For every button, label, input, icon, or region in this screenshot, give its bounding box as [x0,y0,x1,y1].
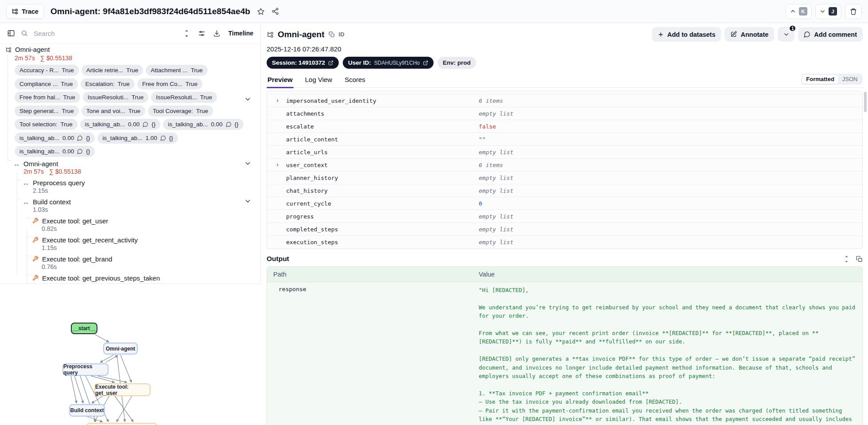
tree-item[interactable]: ↔ Execute tool: get_previous_steps_taken… [0,274,261,284]
format-option-formatted[interactable]: Formatted [802,75,838,84]
scrolled-row-partial [267,91,862,94]
score-badge[interactable]: Tool selection:True [15,119,78,130]
annotate-dropdown-button[interactable]: 1 [778,27,794,42]
observation-title: Omni-agent [278,30,325,39]
row-key: attachments [267,110,479,117]
annotation-count-badge: 1 [789,25,796,32]
span-arrows-icon: ↔ [23,179,29,186]
tree-item[interactable]: ↔ Execute tool: get_user 0.82s [0,217,261,233]
tab[interactable]: Preview [267,76,294,87]
settings-sliders-icon[interactable] [198,30,205,37]
comment-icon [77,148,83,154]
preview-row: › progress empty list [267,210,862,223]
trash-icon [850,8,857,15]
preview-row: › execution_steps empty list [267,236,862,249]
span-arrows-icon: ↔ [13,160,20,167]
tree-item[interactable]: ↔ Execute tool: get_recent_activity 1.15… [0,236,261,252]
unfold-vertical-icon[interactable] [183,30,190,37]
panel-collapse-icon[interactable] [7,29,15,37]
copy-icon[interactable] [856,256,863,262]
score-badge[interactable]: Accuracy - R...True [15,65,79,76]
scrollbar-thumb[interactable] [864,92,867,112]
row-key: planner_history [267,175,479,181]
add-comment-button[interactable]: Add comment [798,27,863,42]
tree-item[interactable]: ↔ Preprocess query 2.15s [0,179,261,195]
trace-sidebar: Timeline Omni-agent 2m 57s ∑ $0.55138 Ac… [0,23,261,425]
tree-item-label: Build context [33,198,71,206]
graph-node[interactable]: Execute tool: get_user [94,383,151,396]
tree-item[interactable]: ↔ Build context 1.03s [0,198,261,214]
score-badge[interactable]: Article retrie...True [81,65,143,76]
user-id-badge[interactable]: User ID: SDAHUSLy9f1CHo [343,57,434,69]
score-badge[interactable]: Compliance ...True [15,78,78,90]
chevron-down-icon[interactable] [244,160,251,167]
graph-node[interactable]: Build context [69,404,105,417]
chevron-right-icon[interactable]: › [276,96,279,104]
score-badge[interactable]: Tool Coverage:True [148,105,213,117]
score-badge[interactable]: is_talking_ab...0.00{} [15,146,95,157]
tree-item-duration: 2m 57s [23,168,44,176]
annotate-button[interactable]: Annotate [725,27,774,42]
wrench-icon [32,275,39,281]
shortcut-key-k: K [799,7,807,16]
format-toggle[interactable]: Formatted JSON [801,74,863,85]
search-input[interactable] [34,30,177,37]
unfold-vertical-icon[interactable] [843,256,850,262]
download-icon[interactable] [213,30,221,37]
graph-node[interactable]: Preprocess query [62,363,108,376]
row-key: current_cycle [267,200,479,207]
next-trace-button[interactable]: J [815,4,841,19]
id-label[interactable]: ID [339,31,345,38]
duration: 2m 57s [15,55,35,62]
tree-root-omni-agent[interactable]: Omni-agent [0,45,261,54]
trace-badge[interactable]: Trace [6,4,44,19]
score-badge[interactable]: IssueResoluti...True [151,92,217,103]
graph-node[interactable]: Omni-agent [103,343,138,355]
add-to-datasets-button[interactable]: Add to datasets [652,27,721,42]
score-badge[interactable]: Step generat...True [15,105,79,117]
env-badge: Env: prod [438,57,476,69]
score-badge[interactable]: is_talking_ab...0.00{} [163,119,243,130]
prev-trace-button[interactable]: K [786,4,812,19]
chevron-down-icon[interactable] [244,96,251,102]
comment-icon [160,135,166,141]
tree-item-label: Execute tool: get_previous_steps_taken [42,274,160,282]
preview-row: › current_cycle 0 [267,197,862,210]
tree-item-label: Preprocess query [33,179,85,187]
tab[interactable]: Log View [304,76,333,87]
timeline-toggle[interactable]: Timeline [228,30,253,37]
row-value: empty list [479,110,513,117]
score-badge[interactable]: is_talking_ab...0.00{} [15,133,95,144]
row-value: empty list [479,213,513,220]
share-icon[interactable] [271,8,279,15]
row-key: user_context [267,162,479,168]
score-badge[interactable]: Free from hal...True [15,92,80,103]
session-badge[interactable]: Session: 14910372 [267,57,339,69]
copy-id-icon[interactable] [329,31,335,38]
preview-row: › article_content "" [267,133,862,146]
chevron-right-icon[interactable]: › [276,160,279,168]
cost: ∑ $0.55138 [40,55,72,62]
row-value: false [479,123,496,130]
tab[interactable]: Scores [344,76,366,87]
tree-item-label: Omni-agent [23,160,58,168]
preview-row: › impersonated_user_identity 6 items [267,94,862,107]
score-badge[interactable]: Tone and voi...True [81,105,145,117]
score-badge[interactable]: Attachment ...True [146,65,208,76]
search-icon [21,30,28,37]
score-badge[interactable]: Free from Co...True [137,78,202,90]
tree-item[interactable]: ↔ Omni-agent 2m 57s ∑ $0.55138 [0,160,261,176]
delete-trace-button[interactable] [845,4,862,19]
score-badge[interactable]: is_talking_ab...1.00{} [97,133,178,144]
star-icon[interactable] [257,8,265,16]
score-badge[interactable]: IssueResoluti...True [83,92,149,103]
score-badge[interactable]: Escalation:True [81,78,135,90]
tree-item[interactable]: ↔ Execute tool: get_brand 0.76s [0,255,261,271]
graph-node[interactable]: __start__ [71,323,97,334]
format-option-json[interactable]: JSON [838,75,862,84]
score-badge[interactable]: is_talking_ab...0.00{} [80,119,160,130]
preview-row: › attachments empty list [267,107,862,120]
chevron-down-icon[interactable] [244,198,251,204]
graph-node[interactable] [86,423,157,425]
row-key: impersonated_user_identity [267,97,479,104]
